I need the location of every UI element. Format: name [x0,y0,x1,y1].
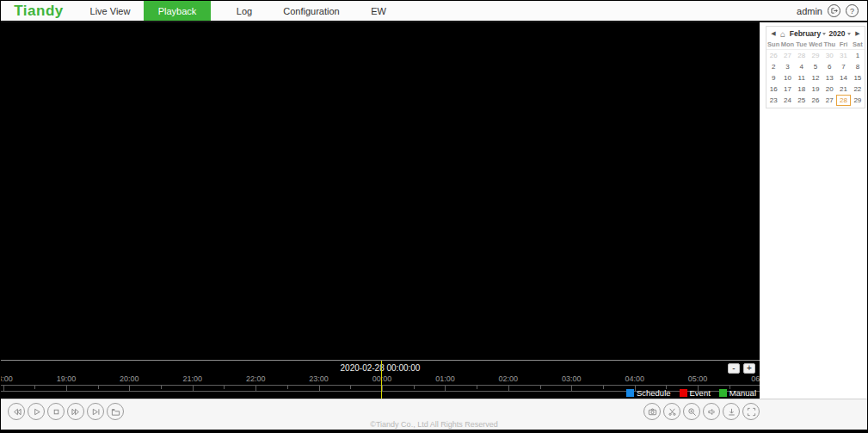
top-nav-bar: Tiandy Live View Playback Log Configurat… [1,1,867,22]
calendar-date[interactable]: 29 [851,95,865,106]
legend-swatch [680,389,687,397]
timeline-zoom-out-button[interactable]: - [728,363,740,374]
calendar-date[interactable]: 25 [795,95,809,106]
hour-label: 20:00 [114,374,144,383]
calendar-date[interactable]: 10 [780,72,794,84]
calendar-date[interactable]: 12 [809,72,822,84]
calendar-date[interactable]: 11 [795,72,809,84]
tab-playback[interactable]: Playback [144,1,211,21]
tab-ew[interactable]: EW [345,1,412,21]
playback-controls [8,403,124,420]
calendar-date[interactable]: 24 [780,95,794,106]
timeline-tick [350,386,351,389]
clip-button[interactable] [663,403,680,420]
timeline-tick [603,386,604,389]
calendar-day-headers: SunMonTueWedThuFriSat [766,40,865,50]
hour-label: 23:00 [305,374,334,383]
timeline-tick [3,386,4,391]
calendar-date-selected[interactable]: 28 [836,95,850,106]
legend-item: Schedule [626,388,671,398]
record-file-button[interactable] [107,403,124,420]
hour-label: 06:00 [747,374,760,383]
calendar-date[interactable]: 31 [836,50,850,61]
timeline-tick [319,386,320,391]
calendar-date[interactable]: 27 [822,95,836,106]
calendar-date[interactable]: 29 [809,50,822,61]
calendar-year-select[interactable]: 2020 [829,29,851,38]
calendar-date[interactable]: 23 [766,95,780,106]
timeline-tick [477,386,477,389]
digital-zoom-button[interactable] [683,403,700,420]
logout-icon[interactable] [828,4,840,17]
timeline-cursor[interactable] [381,361,382,399]
calendar-date[interactable]: 7 [836,61,850,72]
video-playback-area[interactable] [1,22,760,360]
calendar-date[interactable]: 8 [851,61,865,72]
timeline-tick [571,386,572,391]
calendar-date[interactable]: 14 [836,72,850,84]
calendar-date[interactable]: 28 [795,50,809,61]
tab-log[interactable]: Log [211,1,278,21]
calendar-date[interactable]: 1 [851,50,865,61]
legend-item: Event [680,388,711,398]
timeline-tick [224,386,225,389]
calendar-header: ◀ ⌂ February 2020 ▶ [766,28,865,40]
timeline-tick [508,386,509,391]
calendar-prev-icon[interactable]: ◀ [769,30,778,37]
timeline-timestamp-row: 2020-02-28 00:00:00 - + [1,361,760,374]
calendar: ◀ ⌂ February 2020 ▶ SunMonTueWedThuFriSa… [766,26,865,108]
calendar-date[interactable]: 5 [809,61,822,72]
calendar-date[interactable]: 16 [766,84,780,95]
audio-button[interactable] [703,403,720,420]
day-header: Sat [851,40,865,50]
play-button[interactable] [28,403,45,420]
day-header: Tue [795,40,809,50]
username-label: admin [797,6,822,16]
calendar-date[interactable]: 19 [809,84,822,95]
copyright-footer: ©Tiandy Co., Ltd All Rights Reserved [1,420,867,429]
calendar-date[interactable]: 6 [822,61,836,72]
speed-up-button[interactable] [67,403,84,420]
frame-step-button[interactable] [87,403,104,420]
help-icon[interactable]: ? [846,4,859,17]
calendar-date[interactable]: 17 [780,84,794,95]
calendar-date[interactable]: 13 [822,72,836,84]
day-header: Fri [836,40,850,50]
calendar-date[interactable]: 21 [836,84,850,95]
tab-live-view[interactable]: Live View [77,1,144,21]
calendar-date[interactable]: 26 [766,50,780,61]
calendar-month-label: February [790,29,821,38]
calendar-date[interactable]: 15 [851,72,865,84]
hour-label: 05:00 [683,374,712,383]
calendar-date[interactable]: 4 [795,61,809,72]
calendar-date[interactable]: 2 [766,61,780,72]
timeline-tick [414,386,415,389]
calendar-date[interactable]: 27 [780,50,794,61]
timeline-legend: ScheduleEventManual [626,388,756,398]
timeline[interactable]: 2020-02-28 00:00:00 - + 18:0019:0020:002… [1,360,760,399]
calendar-date[interactable]: 9 [766,72,780,84]
calendar-date[interactable]: 3 [780,61,794,72]
snapshot-button[interactable] [643,403,661,420]
calendar-home-icon[interactable]: ⌂ [778,29,788,39]
calendar-month-select[interactable]: February [790,29,826,38]
timeline-tick [34,386,35,389]
download-button[interactable] [723,403,740,420]
calendar-date[interactable]: 20 [822,84,836,95]
calendar-date[interactable]: 22 [851,84,865,95]
speed-down-button[interactable] [8,403,25,420]
fullscreen-button[interactable] [742,403,760,420]
calendar-next-icon[interactable]: ▶ [853,30,862,37]
timeline-tick [98,386,99,389]
timeline-tick [445,386,446,391]
timeline-zoom-in-button[interactable]: + [743,363,755,374]
calendar-date[interactable]: 26 [809,95,822,106]
timeline-tick [129,386,130,391]
calendar-date[interactable]: 30 [822,50,836,61]
right-panel: ◀ ⌂ February 2020 ▶ SunMonTueWedThuFriSa… [760,22,867,399]
calendar-date[interactable]: 18 [795,84,809,95]
timeline-tick [255,386,256,391]
stop-button[interactable] [47,403,65,420]
bottom-control-bar: ©Tiandy Co., Ltd All Rights Reserved [1,399,867,430]
tab-configuration[interactable]: Configuration [278,1,345,21]
